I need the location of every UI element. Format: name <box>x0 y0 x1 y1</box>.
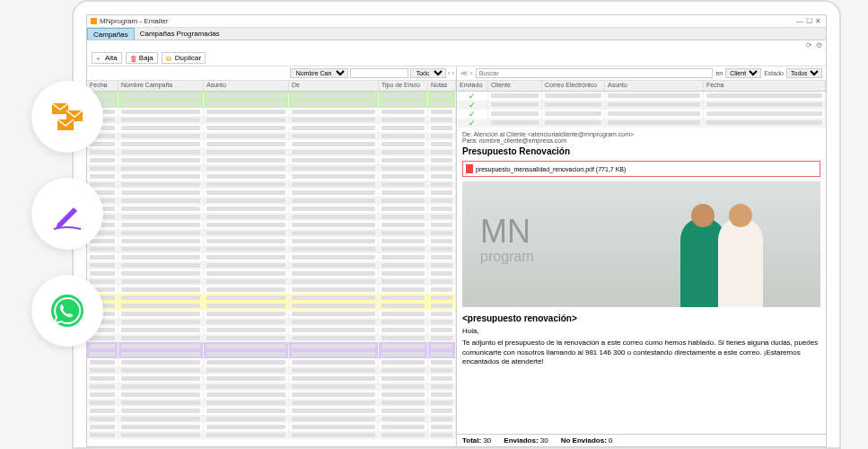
preview-from: De: Atención al Cliente <atencionalclien… <box>462 131 820 137</box>
table-row[interactable] <box>87 318 456 326</box>
table-row[interactable] <box>87 326 456 334</box>
tab-campanas[interactable]: Campañas <box>87 28 135 40</box>
table-row[interactable] <box>87 197 456 205</box>
preview-subject: Presupuesto Renovación <box>462 146 820 156</box>
settings-icon[interactable]: ⚙ <box>816 41 822 49</box>
table-row[interactable] <box>87 302 456 310</box>
table-row[interactable] <box>87 310 456 318</box>
search-input[interactable] <box>476 68 714 78</box>
close-button[interactable]: ✕ <box>813 17 822 25</box>
table-row[interactable] <box>87 140 456 148</box>
table-row[interactable]: ✓ <box>457 101 826 110</box>
table-row[interactable] <box>87 286 456 294</box>
filter-estado[interactable]: Todos <box>786 68 822 78</box>
minimize-button[interactable]: — <box>795 17 804 25</box>
alta-button[interactable]: +Alta <box>92 52 122 64</box>
window-title: MNprogram - Emailer <box>100 17 795 25</box>
table-row[interactable] <box>87 172 456 180</box>
body-greeting: Hola, <box>462 327 820 336</box>
baja-button[interactable]: 🗑Baja <box>126 52 158 64</box>
table-row[interactable] <box>87 350 456 358</box>
table-row[interactable] <box>87 132 456 140</box>
table-row[interactable] <box>87 229 456 237</box>
right-table-header: Enviado Cliente Correo Electrónico Asunt… <box>457 81 826 92</box>
nav-first-icon[interactable]: ≪ <box>460 69 468 77</box>
right-table-body: ✓✓✓✓ <box>457 92 826 128</box>
table-row[interactable] <box>87 156 456 164</box>
filter-cliente[interactable]: Cliente <box>725 68 761 78</box>
table-row[interactable] <box>87 205 456 213</box>
col-tipo[interactable]: Tipo de Envío <box>379 81 428 91</box>
table-row[interactable] <box>87 294 456 302</box>
titlebar: MNprogram - Emailer — ☐ ✕ <box>87 15 826 28</box>
table-row[interactable] <box>87 116 456 124</box>
toolbar: +Alta 🗑Baja ⧉Duplicar <box>87 50 826 66</box>
table-row[interactable] <box>87 407 456 415</box>
col-de[interactable]: De <box>289 81 379 91</box>
col-fecha2[interactable]: Fecha <box>704 81 826 91</box>
table-row[interactable] <box>87 415 456 423</box>
nav-prev-icon[interactable]: ‹ <box>470 69 473 77</box>
refresh-bar: ⟳ ⚙ <box>87 40 826 50</box>
filter-text[interactable] <box>350 68 408 78</box>
table-row[interactable] <box>87 261 456 269</box>
preview-body: <presupuesto renovación> Hola, Te adjunt… <box>462 310 820 370</box>
copy-icon: ⧉ <box>166 55 173 62</box>
people-illustration <box>659 181 785 307</box>
table-row[interactable] <box>87 213 456 221</box>
col-correo[interactable]: Correo Electrónico <box>542 81 605 91</box>
table-row[interactable] <box>87 148 456 156</box>
col-asunto[interactable]: Asunto <box>204 81 289 91</box>
table-row[interactable] <box>87 431 456 439</box>
filter-nombre-campana[interactable]: Nombre Campañ <box>290 68 348 78</box>
duplicar-button[interactable]: ⧉Duplicar <box>162 52 206 64</box>
table-row[interactable] <box>87 221 456 229</box>
feature-email <box>31 81 103 153</box>
table-row[interactable] <box>87 253 456 261</box>
preview-image <box>462 181 820 307</box>
table-row[interactable] <box>87 334 456 342</box>
col-nombre[interactable]: Nombre Campaña <box>118 81 204 91</box>
table-row[interactable] <box>87 100 456 108</box>
next-page-icon[interactable]: › <box>452 69 454 77</box>
table-row[interactable] <box>87 237 456 245</box>
prev-page-icon[interactable]: ‹ <box>448 69 451 77</box>
table-row[interactable]: ✓ <box>457 119 826 128</box>
table-row[interactable] <box>87 423 456 431</box>
table-row[interactable] <box>87 366 456 374</box>
laptop-frame: MNprogram - Emailer — ☐ ✕ Campañas Campa… <box>72 0 841 449</box>
trash-icon: 🗑 <box>130 55 137 62</box>
col-enviado[interactable]: Enviado <box>457 81 488 91</box>
col-asunto2[interactable]: Asunto <box>605 81 704 91</box>
table-row[interactable] <box>87 342 456 350</box>
table-row[interactable] <box>87 399 456 407</box>
table-row[interactable]: ✓ <box>457 92 826 101</box>
table-row[interactable] <box>87 180 456 189</box>
refresh-icon[interactable]: ⟳ <box>806 41 812 49</box>
table-row[interactable] <box>87 383 456 391</box>
table-row[interactable] <box>87 92 456 100</box>
table-row[interactable]: ✓ <box>457 110 826 119</box>
table-row[interactable] <box>87 164 456 172</box>
right-panel: ≪ ‹ en Cliente Estado Todos Enviado Clie… <box>457 66 826 446</box>
table-row[interactable] <box>87 277 456 286</box>
table-row[interactable] <box>87 124 456 132</box>
table-row[interactable] <box>87 391 456 399</box>
table-row[interactable] <box>87 245 456 253</box>
feature-whatsapp <box>31 275 103 347</box>
tab-campanas-programadas[interactable]: Campañas Programadas <box>135 28 225 40</box>
col-cliente[interactable]: Cliente <box>488 81 542 91</box>
table-row[interactable] <box>87 189 456 197</box>
attachment-row[interactable]: presupuesto_mensualidad_renovacion.pdf (… <box>462 161 820 177</box>
filter-todos[interactable]: Todos <box>410 68 446 78</box>
check-icon: ✓ <box>457 110 488 119</box>
pencil-icon <box>48 195 86 233</box>
table-row[interactable] <box>87 108 456 116</box>
maximize-button[interactable]: ☐ <box>804 17 813 25</box>
feature-edit <box>31 178 103 250</box>
app-window: MNprogram - Emailer — ☐ ✕ Campañas Campa… <box>86 14 827 447</box>
col-notas[interactable]: Notas <box>428 81 456 91</box>
table-row[interactable] <box>87 374 456 383</box>
table-row[interactable] <box>87 269 456 277</box>
table-row[interactable] <box>87 358 456 366</box>
